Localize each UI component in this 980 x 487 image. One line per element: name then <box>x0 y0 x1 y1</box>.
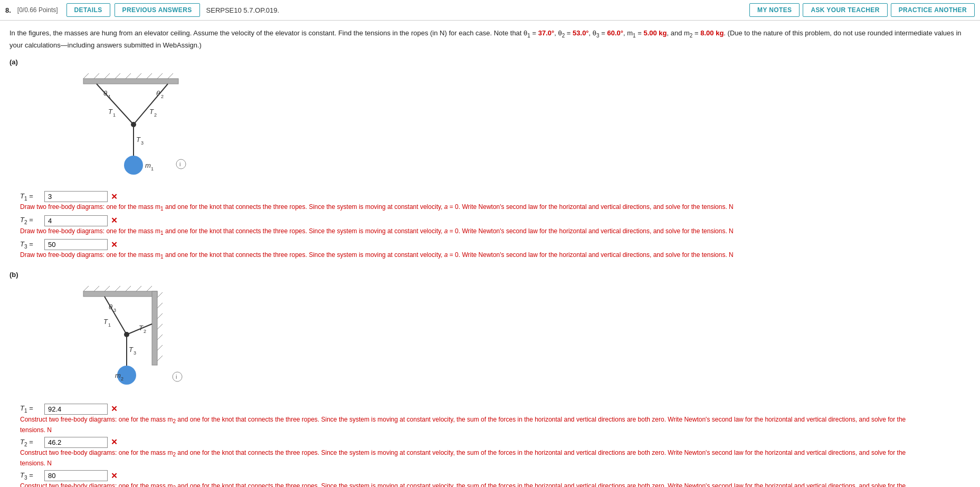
clear-a-t3[interactable]: ✕ <box>111 240 118 250</box>
svg-line-33 <box>104 286 110 291</box>
svg-text:1: 1 <box>151 166 154 171</box>
svg-text:i: i <box>176 374 177 380</box>
svg-text:2: 2 <box>154 112 157 118</box>
svg-line-11 <box>134 84 168 125</box>
previous-answers-button[interactable]: PREVIOUS ANSWERS <box>115 3 200 17</box>
svg-text:θ: θ <box>103 89 107 97</box>
label-b-t1: T1 = <box>20 404 41 414</box>
hint-b-t3: Construct two free-body diagrams: one fo… <box>20 481 917 487</box>
answer-row-b-t2: T2 = ✕ <box>20 437 971 448</box>
svg-line-42 <box>157 335 163 340</box>
input-b-t2[interactable] <box>44 437 108 448</box>
clear-b-t2[interactable]: ✕ <box>111 437 118 447</box>
svg-line-31 <box>83 286 89 291</box>
hint-b-t2: Construct two free-body diagrams: one fo… <box>20 448 917 468</box>
svg-text:2: 2 <box>144 329 146 334</box>
input-b-t1[interactable] <box>44 404 108 415</box>
svg-text:2: 2 <box>121 376 123 381</box>
part-b-label: (b) <box>9 271 971 279</box>
top-bar: 8. [0/0.66 Points] DETAILS PREVIOUS ANSW… <box>0 0 980 21</box>
input-a-t2[interactable] <box>44 215 108 226</box>
svg-line-32 <box>94 286 99 291</box>
svg-text:1: 1 <box>108 322 111 328</box>
my-notes-button[interactable]: MY NOTES <box>749 3 800 17</box>
svg-text:θ: θ <box>109 303 112 311</box>
main-content: In the figures, the masses are hung from… <box>0 21 980 487</box>
svg-text:i: i <box>179 161 180 167</box>
svg-line-40 <box>157 313 163 319</box>
input-a-t1[interactable] <box>44 191 108 202</box>
svg-point-27 <box>176 159 186 169</box>
svg-line-2 <box>94 73 99 79</box>
svg-text:T: T <box>136 136 141 144</box>
svg-line-34 <box>115 286 120 291</box>
part-a-label: (a) <box>9 58 971 66</box>
svg-rect-30 <box>152 291 157 365</box>
clear-a-t1[interactable]: ✕ <box>111 192 118 202</box>
svg-text:m: m <box>145 161 151 169</box>
svg-line-38 <box>157 292 163 298</box>
svg-point-14 <box>124 156 143 175</box>
label-a-t2: T2 = <box>20 216 41 225</box>
svg-text:3: 3 <box>134 350 136 356</box>
answer-row-b-t1: T1 = ✕ <box>20 404 971 415</box>
svg-point-48 <box>124 332 129 337</box>
svg-line-9 <box>168 73 173 79</box>
part-b-answers: T1 = ✕ Construct two free-body diagrams:… <box>9 404 971 487</box>
svg-line-36 <box>136 286 141 291</box>
ask-teacher-button[interactable]: ASK YOUR TEACHER <box>803 3 887 17</box>
svg-text:m: m <box>115 371 121 379</box>
clear-b-t3[interactable]: ✕ <box>111 471 118 481</box>
hint-a-t3: Draw two free-body diagrams: one for the… <box>20 250 917 261</box>
svg-line-35 <box>126 286 131 291</box>
label-a-t1: T1 = <box>20 192 41 202</box>
diagram-b: θ 3 T 1 T 2 T 3 m 2 i <box>41 282 971 399</box>
details-button[interactable]: DETAILS <box>66 3 110 17</box>
diagram-a-svg: θ 1 θ 2 T 1 T 2 T 3 m 1 i <box>41 69 205 185</box>
label-a-t3: T3 = <box>20 240 41 250</box>
practice-another-button[interactable]: PRACTICE ANOTHER <box>891 3 975 17</box>
answer-row-a-t1: T1 = ✕ <box>20 191 971 202</box>
answer-row-b-t3: T3 = ✕ <box>20 470 971 481</box>
svg-line-43 <box>157 345 163 350</box>
points-badge: [0/0.66 Points] <box>17 6 58 14</box>
problem-description: In the figures, the masses are hung from… <box>9 28 971 51</box>
answer-row-a-t2: T2 = ✕ <box>20 215 971 226</box>
svg-line-6 <box>136 73 141 79</box>
label-b-t2: T2 = <box>20 438 41 447</box>
svg-text:T: T <box>149 108 154 116</box>
clear-a-t2[interactable]: ✕ <box>111 216 118 225</box>
svg-line-4 <box>115 73 120 79</box>
svg-line-41 <box>157 324 163 329</box>
part-a-answers: T1 = ✕ Draw two free-body diagrams: one … <box>9 191 971 261</box>
svg-text:T: T <box>129 346 134 354</box>
answer-row-a-t3: T3 = ✕ <box>20 239 971 250</box>
svg-line-10 <box>97 84 134 125</box>
hint-b-t1: Construct two free-body diagrams: one fo… <box>20 415 917 435</box>
diagram-b-svg: θ 3 T 1 T 2 T 3 m 2 i <box>41 282 199 398</box>
input-b-t3[interactable] <box>44 470 108 481</box>
svg-text:θ: θ <box>156 89 160 97</box>
svg-rect-29 <box>83 291 157 297</box>
svg-line-37 <box>147 286 152 291</box>
svg-text:T: T <box>139 324 144 332</box>
svg-text:1: 1 <box>113 112 116 118</box>
label-b-t3: T3 = <box>20 471 41 481</box>
svg-text:3: 3 <box>141 140 144 146</box>
svg-text:T: T <box>108 108 113 116</box>
svg-line-44 <box>157 356 163 361</box>
svg-line-3 <box>104 73 110 79</box>
problem-number: 8. <box>5 6 11 14</box>
svg-text:1: 1 <box>108 94 111 99</box>
svg-text:2: 2 <box>161 94 164 99</box>
input-a-t3[interactable] <box>44 239 108 250</box>
svg-rect-0 <box>83 79 178 84</box>
problem-id: SERPSE10 5.7.OP.019. <box>206 6 746 14</box>
svg-line-7 <box>147 73 152 79</box>
svg-text:T: T <box>103 318 108 326</box>
svg-line-8 <box>157 73 163 79</box>
svg-line-45 <box>104 297 127 335</box>
hint-a-t1: Draw two free-body diagrams: one for the… <box>20 202 917 213</box>
clear-b-t1[interactable]: ✕ <box>111 404 118 414</box>
svg-line-39 <box>157 303 163 308</box>
